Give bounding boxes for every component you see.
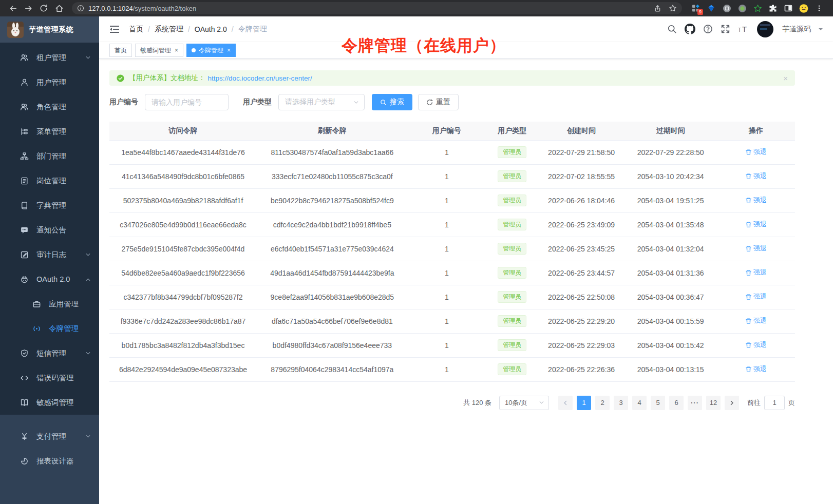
sidebar-item-label: 支付管理	[36, 432, 66, 441]
extension-star-icon[interactable]	[753, 4, 762, 13]
page-size-select[interactable]: 10条/页	[499, 396, 549, 410]
app-logo[interactable]: 芋道管理系统	[0, 16, 99, 43]
sidebar-toggle-icon[interactable]	[109, 25, 120, 34]
next-page-button[interactable]	[725, 396, 739, 410]
page-button-12[interactable]: 12	[706, 396, 721, 410]
extension-puzzle-icon[interactable]	[768, 4, 778, 13]
url-host: 127.0.0.1:1024	[88, 5, 133, 12]
sidebar-item-15[interactable]: 支付管理	[0, 424, 99, 449]
force-logout-button[interactable]: 强退	[745, 171, 767, 181]
refresh-token-cell: 8796295f04064c2983414cc54af1097a	[257, 357, 408, 381]
force-logout-button[interactable]: 强退	[745, 147, 767, 157]
sidebar-item-13[interactable]: 错误码管理	[0, 365, 99, 390]
sidebar-item-2[interactable]: 角色管理	[0, 94, 99, 119]
access-token-cell: 54d6be82ee5a460a9aedc1f9bf223656	[109, 261, 257, 285]
page-button-3[interactable]: 3	[614, 396, 628, 410]
user-id-input[interactable]	[145, 94, 229, 110]
action-cell: 强退	[717, 285, 795, 309]
sidebar-item-8[interactable]: 审计日志	[0, 242, 99, 267]
tab-close-icon[interactable]: ×	[227, 47, 231, 53]
browser-menu-icon[interactable]	[815, 4, 824, 13]
share-icon[interactable]	[654, 5, 661, 12]
tab-1[interactable]: 敏感词管理×	[135, 44, 183, 57]
reload-icon[interactable]	[37, 2, 50, 15]
refresh-token-cell: 333ecfc71e02480cb11055c875c3ca0f	[257, 164, 408, 188]
breadcrumb-item-1[interactable]: 系统管理	[155, 25, 183, 34]
prev-page-button[interactable]	[558, 396, 573, 410]
sidebar-item-11[interactable]: 令牌管理	[0, 316, 99, 341]
force-logout-button[interactable]: 强退	[745, 316, 767, 325]
user-id-cell: 1	[408, 212, 486, 237]
username[interactable]: 芋道源码	[782, 25, 811, 34]
page-button-1[interactable]: 1	[577, 396, 591, 410]
pagination: 共 120 条10条/页123456···12前往页	[109, 396, 795, 410]
force-logout-button[interactable]: 强退	[745, 244, 767, 253]
sidebar-item-16[interactable]: 报表设计器	[0, 449, 99, 473]
back-icon[interactable]	[6, 2, 20, 15]
sidebar-item-label: 错误码管理	[36, 373, 74, 383]
reset-button[interactable]: 重置	[418, 94, 459, 110]
force-logout-button[interactable]: 强退	[745, 268, 767, 277]
tab-0[interactable]: 首页	[109, 44, 132, 57]
sidebar-item-6[interactable]: 字典管理	[0, 193, 99, 218]
extension-split-square-icon[interactable]	[784, 4, 793, 13]
sidebar-item-14[interactable]: 敏感词管理	[0, 390, 99, 415]
extension-green-dot-icon[interactable]	[737, 4, 747, 13]
column-header-3: 用户类型	[486, 122, 539, 140]
breadcrumb-item-2[interactable]: OAuth 2.0	[195, 25, 227, 33]
tab-close-icon[interactable]: ×	[175, 47, 178, 53]
forward-icon[interactable]	[22, 2, 35, 15]
force-logout-button[interactable]: 强退	[745, 340, 767, 350]
home-icon[interactable]	[52, 2, 66, 15]
expires-cell: 2054-03-04 01:31:36	[624, 261, 717, 285]
extension-circle-icon[interactable]	[722, 4, 731, 13]
force-logout-button[interactable]: 强退	[745, 196, 767, 205]
breadcrumb-item-0[interactable]: 首页	[129, 25, 143, 34]
github-icon[interactable]	[685, 24, 695, 34]
sidebar-item-3[interactable]: 菜单管理	[0, 119, 99, 144]
force-logout-button[interactable]: 强退	[745, 292, 767, 301]
force-logout-button[interactable]: 强退	[745, 364, 767, 374]
alert-doc-link[interactable]: https://doc.iocoder.cn/user-center/	[208, 74, 312, 82]
address-bar[interactable]: 127.0.0.1:1024/system/oauth2/token	[72, 2, 682, 14]
sidebar-item-7[interactable]: 通知公告	[0, 218, 99, 242]
sidebar-item-4[interactable]: 部门管理	[0, 144, 99, 168]
profile-avatar-icon[interactable]	[799, 4, 808, 13]
search-button[interactable]: 搜索	[372, 94, 412, 110]
sensitive-icon	[20, 398, 29, 407]
expires-cell: 2054-03-10 20:42:34	[624, 164, 717, 188]
bookmark-star-icon[interactable]	[669, 4, 677, 12]
force-logout-button[interactable]: 强退	[745, 220, 767, 229]
user-avatar[interactable]	[757, 21, 773, 37]
sidebar-item-5[interactable]: 岗位管理	[0, 168, 99, 193]
access-token-cell: c342377bf8b344799dcbf7bf095287f2	[109, 285, 257, 309]
user-type-select[interactable]: 请选择用户类型	[278, 94, 365, 110]
sidebar-item-label: 审计日志	[36, 250, 66, 260]
sidebar-item-9[interactable]: OAuth 2.0	[0, 267, 99, 292]
sidebar-item-10[interactable]: 应用管理	[0, 292, 99, 316]
font-size-icon[interactable]: TT	[738, 25, 749, 34]
user-menu-caret-icon[interactable]	[819, 28, 823, 32]
table-body: 1ea5e44f8bc1467aaede43144f31de76811c5304…	[109, 140, 795, 381]
page-button-4[interactable]: 4	[632, 396, 647, 410]
goto-page-input[interactable]	[764, 396, 785, 410]
active-dot	[192, 48, 196, 52]
sidebar-item-0[interactable]: 租户管理	[0, 45, 99, 70]
help-icon[interactable]	[703, 24, 713, 34]
fullscreen-icon[interactable]	[721, 24, 730, 34]
alert-close-icon[interactable]: ×	[783, 74, 788, 83]
expires-cell: 2054-03-04 00:15:42	[624, 333, 717, 357]
sidebar-item-1[interactable]: 用户管理	[0, 70, 99, 94]
extension-gem-icon[interactable]	[707, 4, 716, 13]
page-button-···[interactable]: ···	[688, 396, 702, 410]
header-search-icon[interactable]	[667, 24, 677, 34]
chevron-down-icon	[353, 100, 359, 105]
page-button-5[interactable]: 5	[651, 396, 665, 410]
user-type-cell: 管理员	[486, 188, 539, 212]
extension-grid-icon[interactable]: 9	[691, 4, 701, 13]
tab-2[interactable]: 令牌管理×	[186, 44, 236, 57]
page-button-2[interactable]: 2	[595, 396, 610, 410]
site-info-icon[interactable]	[77, 5, 84, 12]
page-button-6[interactable]: 6	[669, 396, 684, 410]
sidebar-item-12[interactable]: 短信管理	[0, 341, 99, 365]
